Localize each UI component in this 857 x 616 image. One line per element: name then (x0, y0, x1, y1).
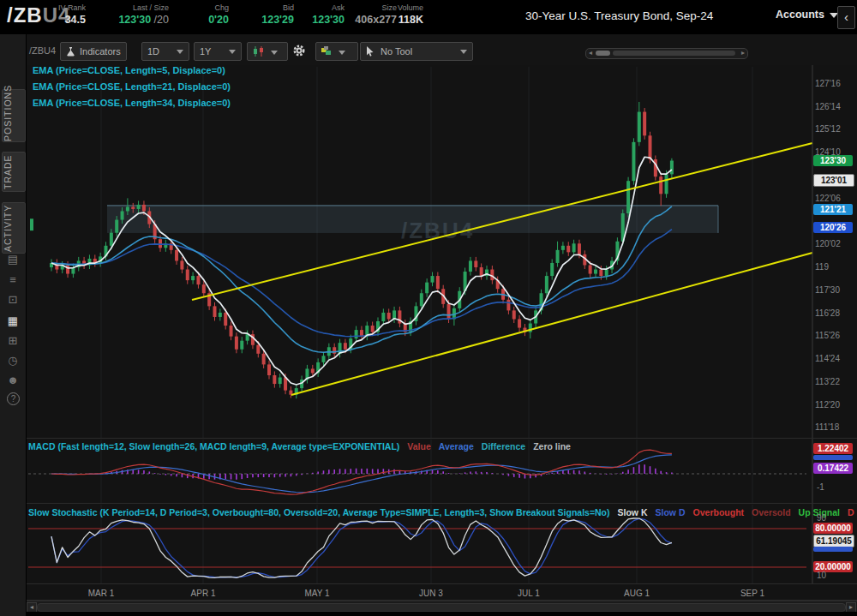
legend-item: Overbought (693, 507, 745, 517)
watchlist-icon[interactable]: ≡ (0, 272, 26, 289)
news-icon[interactable]: ▤ (0, 251, 26, 268)
sidebar-tab-trade[interactable]: TRADE (2, 152, 26, 192)
candle (240, 341, 243, 350)
candle (159, 239, 162, 248)
candle (289, 391, 292, 395)
candle (284, 378, 287, 391)
timeframe-dropdown[interactable]: 1D (141, 42, 189, 61)
collapse-panel-button[interactable]: ‹ (837, 6, 855, 29)
time-axis-scrollbar[interactable]: ◂ ▸ (26, 601, 857, 613)
time-axis-label: AUG 1 (624, 589, 650, 598)
field-value: 118K (321, 13, 423, 27)
candle (87, 259, 91, 266)
candle (632, 142, 635, 181)
candle (404, 324, 407, 332)
candle (425, 283, 428, 294)
price-axis-label: 125'12 (815, 124, 841, 134)
price-axis-badge: 123'01 (813, 174, 854, 187)
candle (649, 135, 652, 159)
candle (55, 263, 58, 270)
legend-item: Value (407, 441, 430, 452)
macd-value-badge: 0.17422 (813, 463, 853, 474)
candle (300, 380, 303, 388)
stoch-axis-label: 10 (817, 571, 826, 580)
candle (545, 276, 548, 293)
sidebar-tab-positions[interactable]: POSITIONS (2, 89, 26, 142)
candle (105, 246, 108, 257)
candle (333, 347, 336, 354)
candle (605, 270, 608, 277)
indicators-button[interactable]: Indicators (60, 42, 127, 61)
accounts-dropdown[interactable]: Accounts (776, 9, 838, 21)
candle (540, 293, 543, 310)
cursor-arrow-icon (366, 46, 375, 57)
active-tool-dropdown[interactable]: No Tool (360, 42, 473, 61)
candle (464, 272, 467, 291)
charts-icon[interactable]: ▦ (0, 313, 26, 330)
candle (267, 364, 271, 375)
candle (583, 254, 586, 266)
stoch-study-row: Slow Stochastic (K Period=14, D Period=3… (28, 507, 854, 519)
candle (381, 313, 385, 321)
scrollbar-track[interactable] (613, 51, 735, 56)
help-icon[interactable]: ? (7, 392, 20, 405)
scrollbar-handle[interactable] (596, 51, 610, 56)
candle (431, 276, 434, 283)
scrollbar-track[interactable] (37, 603, 846, 612)
chart-overlays: EMA (Price=CLOSE, Length=5, Displace=0)E… (0, 0, 857, 616)
candle (572, 243, 576, 252)
candle (66, 265, 69, 273)
candle (409, 321, 412, 332)
quote-header: /ZBU4 IV Rank34.5Last / Size123'30 /20Ch… (0, 0, 857, 34)
price-axis-label: 127'16 (815, 79, 841, 88)
candle (339, 343, 342, 354)
apps-grid-icon[interactable]: ⊞ (0, 332, 26, 350)
candle (235, 337, 238, 350)
stoch-value-badge: 80.00000 (813, 523, 853, 534)
candle (643, 112, 646, 136)
scroll-right-icon[interactable]: ▸ (741, 49, 745, 57)
price-axis-label: 126'14 (815, 102, 841, 111)
chart-horizontal-scrollbar[interactable]: ◂ ▸ (585, 48, 748, 59)
candle (501, 289, 505, 300)
candle (610, 260, 614, 269)
legend-item: Oversold (752, 507, 791, 517)
candle (110, 233, 113, 246)
scroll-left-icon[interactable]: ◂ (589, 49, 592, 57)
candle (305, 368, 309, 380)
price-axis-label: 124'10 (815, 147, 841, 157)
candle (115, 220, 118, 233)
candlestick-chart-icon (253, 46, 265, 57)
price-axis-label: 113'22 (815, 377, 840, 386)
candle (420, 293, 423, 306)
community-icon[interactable]: ☻ (0, 372, 26, 389)
drawing-tools-dropdown[interactable] (315, 42, 358, 61)
candle (670, 161, 674, 175)
price-axis-label: 114'24 (815, 354, 840, 363)
candle (186, 270, 189, 281)
history-icon[interactable]: ◷ (0, 352, 26, 369)
candle (376, 321, 380, 332)
candle (485, 270, 488, 277)
chart-canvas[interactable] (0, 0, 857, 616)
chevron-down-icon (229, 50, 236, 54)
chart-settings-button[interactable] (292, 44, 306, 61)
candle (93, 259, 97, 263)
sidebar-tab-activity[interactable]: ACTIVITY (2, 202, 26, 254)
stoch-value-badge (813, 547, 853, 552)
candle (71, 267, 75, 274)
legend-item: Average (439, 441, 474, 452)
candle (180, 260, 183, 269)
chart-type-dropdown[interactable] (247, 42, 288, 61)
flask-icon (66, 46, 75, 57)
chart-symbol-label: /ZBU4 (29, 45, 56, 56)
candle (550, 263, 554, 276)
orders-icon[interactable]: ⊡ (0, 291, 26, 308)
time-axis-label: MAR 1 (88, 589, 115, 598)
candle (147, 211, 151, 224)
range-dropdown[interactable]: 1Y (194, 42, 242, 61)
candle (207, 293, 211, 306)
chevron-down-icon (177, 50, 183, 54)
stoch-value-badge: 61.19045 (813, 535, 854, 547)
legend-item: Slow K (618, 507, 648, 517)
